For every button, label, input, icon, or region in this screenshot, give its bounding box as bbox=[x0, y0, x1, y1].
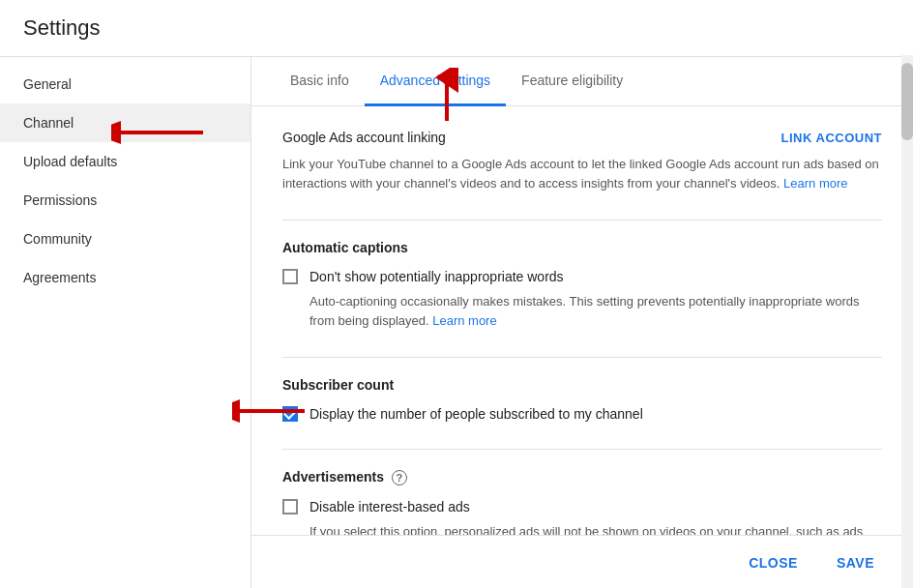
google-ads-header: Google Ads account linking LINK ACCOUNT bbox=[282, 130, 882, 145]
auto-captions-checkbox[interactable] bbox=[282, 269, 298, 284]
tab-feature-eligibility[interactable]: Feature eligibility bbox=[506, 57, 638, 106]
divider-1 bbox=[282, 220, 882, 220]
scrollbar-track[interactable] bbox=[901, 55, 913, 588]
advertisements-label: Disable interest-based ads bbox=[309, 499, 470, 514]
sidebar-item-channel[interactable]: Channel bbox=[0, 103, 250, 142]
tab-advanced-settings[interactable]: Advanced settings bbox=[365, 57, 506, 106]
scrollbar-thumb[interactable] bbox=[901, 63, 913, 140]
automatic-captions-heading: Automatic captions bbox=[282, 240, 882, 255]
advertisements-help-icon[interactable]: ? bbox=[392, 470, 407, 485]
main-layout: General Channel Upload defaults Permissi… bbox=[0, 57, 913, 588]
sidebar-item-upload-defaults[interactable]: Upload defaults bbox=[0, 142, 250, 181]
sidebar-item-permissions[interactable]: Permissions bbox=[0, 181, 250, 220]
save-button[interactable]: SAVE bbox=[821, 547, 890, 578]
divider-3 bbox=[282, 449, 882, 450]
subscriber-count-checkbox[interactable] bbox=[282, 406, 298, 422]
google-ads-section: Google Ads account linking LINK ACCOUNT … bbox=[282, 130, 882, 192]
sidebar-item-agreements[interactable]: Agreements bbox=[0, 258, 250, 297]
page-header: Settings bbox=[0, 0, 913, 57]
subscriber-count-checkbox-row: Display the number of people subscribed … bbox=[282, 406, 882, 422]
sidebar: General Channel Upload defaults Permissi… bbox=[0, 57, 251, 588]
subscriber-count-label: Display the number of people subscribed … bbox=[309, 406, 643, 422]
auto-captions-checkbox-row: Don't show potentially inappropriate wor… bbox=[282, 269, 882, 284]
main-content: Basic info Advanced settings Feature eli… bbox=[251, 57, 913, 588]
divider-2 bbox=[282, 357, 882, 358]
automatic-captions-section: Automatic captions Don't show potentiall… bbox=[282, 240, 882, 330]
sidebar-item-community[interactable]: Community bbox=[0, 220, 250, 258]
google-ads-title: Google Ads account linking bbox=[282, 130, 446, 145]
google-ads-description: Link your YouTube channel to a Google Ad… bbox=[282, 155, 882, 192]
google-ads-learn-more[interactable]: Learn more bbox=[783, 176, 847, 191]
tab-content: Google Ads account linking LINK ACCOUNT … bbox=[251, 106, 913, 535]
advertisements-heading: Advertisements ? bbox=[282, 469, 882, 485]
footer: CLOSE SAVE bbox=[251, 535, 913, 588]
tabs-bar: Basic info Advanced settings Feature eli… bbox=[251, 57, 913, 106]
page-title: Settings bbox=[23, 15, 890, 41]
link-account-button[interactable]: LINK ACCOUNT bbox=[781, 131, 882, 145]
subscriber-count-section: Subscriber count Display the number of p… bbox=[282, 377, 882, 422]
auto-captions-label: Don't show potentially inappropriate wor… bbox=[309, 269, 564, 284]
advertisements-checkbox-row: Disable interest-based ads bbox=[282, 499, 882, 514]
subscriber-count-heading: Subscriber count bbox=[282, 377, 882, 393]
advertisements-checkbox[interactable] bbox=[282, 499, 298, 514]
auto-captions-description: Auto-captioning occasionally makes mista… bbox=[282, 292, 882, 330]
tab-basic-info[interactable]: Basic info bbox=[275, 57, 365, 106]
advertisements-section: Advertisements ? Disable interest-based … bbox=[282, 469, 882, 535]
sidebar-item-general[interactable]: General bbox=[0, 65, 250, 103]
close-button[interactable]: CLOSE bbox=[733, 547, 813, 578]
advertisements-description: If you select this option, personalized … bbox=[282, 522, 882, 535]
auto-captions-learn-more[interactable]: Learn more bbox=[432, 313, 496, 328]
